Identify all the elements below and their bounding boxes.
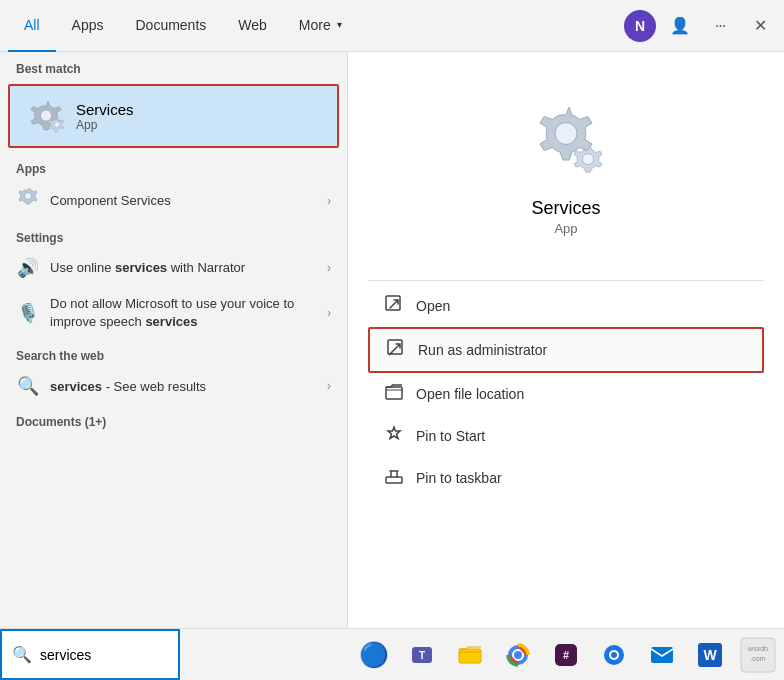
best-match-type: App [76, 118, 134, 132]
chevron-right-icon-3: › [327, 306, 331, 320]
taskbar-teams[interactable]: T [400, 633, 444, 677]
best-match-name: Services [76, 101, 134, 118]
chevron-down-icon: ▾ [337, 19, 342, 30]
run-as-admin-icon [386, 339, 406, 361]
dots-icon: ··· [715, 17, 725, 35]
taskbar-chrome[interactable] [496, 633, 540, 677]
search-web-label: Search the web [0, 339, 347, 367]
tab-more[interactable]: More ▾ [283, 0, 358, 52]
component-services-label: Component Services [50, 193, 171, 208]
component-services-item[interactable]: Component Services › [0, 180, 347, 221]
main-area: Best match Services [0, 52, 784, 628]
run-as-admin-action[interactable]: Run as administrator [368, 327, 764, 373]
svg-point-4 [583, 154, 594, 165]
tab-documents[interactable]: Documents [119, 0, 222, 52]
services-app-icon [26, 96, 66, 136]
best-match-item[interactable]: Services App [8, 84, 339, 148]
file-location-icon [384, 383, 404, 405]
app-name: Services [531, 198, 600, 219]
svg-point-1 [54, 122, 60, 128]
divider-1 [368, 280, 764, 281]
svg-point-3 [555, 123, 577, 145]
open-file-location-action[interactable]: Open file location [368, 373, 764, 415]
chevron-right-icon-2: › [327, 261, 331, 275]
chevron-right-icon: › [327, 194, 331, 208]
open-file-location-label: Open file location [416, 386, 524, 402]
search-web-text: services - See web results [50, 379, 206, 394]
settings-section-label: Settings [0, 221, 347, 249]
svg-point-0 [41, 110, 52, 121]
taskbar-edge[interactable]: 🔵 [352, 633, 396, 677]
narrator-text: Use online services with Narrator [50, 259, 245, 277]
best-match-text: Services App [76, 101, 134, 132]
user-avatar[interactable]: N [624, 10, 656, 42]
svg-text:.com: .com [750, 655, 765, 662]
component-services-icon [16, 188, 40, 213]
top-navigation: All Apps Documents Web More ▾ N 👤 ··· ✕ [0, 0, 784, 52]
tab-all[interactable]: All [8, 0, 56, 52]
svg-text:wsxdn: wsxdn [747, 645, 768, 652]
services-large-icon [526, 102, 606, 186]
person-icon-btn[interactable]: 👤 [664, 10, 696, 42]
chevron-right-icon-4: › [327, 379, 331, 393]
tab-apps[interactable]: Apps [56, 0, 120, 52]
pin-start-icon [384, 425, 404, 447]
taskbar-browser[interactable] [592, 633, 636, 677]
right-panel: Services App Open Run as administrator O… [348, 52, 784, 628]
pin-to-taskbar-action[interactable]: Pin to taskbar [368, 457, 764, 499]
bottom-bar: 🔍 🔵 T # W [0, 628, 784, 680]
app-preview: Services App [368, 72, 764, 276]
app-type: App [554, 221, 577, 236]
taskbar-word[interactable]: W [688, 633, 732, 677]
voice-services-item[interactable]: 🎙️ Do not allow Microsoft to use your vo… [0, 287, 347, 339]
svg-point-2 [25, 193, 32, 200]
person-icon: 👤 [670, 16, 690, 35]
search-input[interactable] [40, 647, 168, 663]
search-icon: 🔍 [12, 645, 32, 664]
left-panel: Best match Services [0, 52, 348, 628]
svg-text:W: W [703, 647, 717, 663]
microphone-icon: 🎙️ [16, 302, 40, 324]
svg-rect-20 [651, 647, 673, 663]
run-as-admin-label: Run as administrator [418, 342, 547, 358]
open-label: Open [416, 298, 450, 314]
tab-web[interactable]: Web [222, 0, 283, 52]
open-action[interactable]: Open [368, 285, 764, 327]
taskbar-icons: 🔵 T # W wsxdn.com [180, 633, 784, 677]
best-match-label: Best match [0, 52, 347, 80]
search-web-icon: 🔍 [16, 375, 40, 397]
apps-section-label: Apps [0, 152, 347, 180]
svg-point-19 [611, 652, 617, 658]
svg-rect-8 [386, 477, 402, 483]
nav-right-controls: N 👤 ··· ✕ [624, 10, 776, 42]
svg-text:#: # [563, 649, 569, 661]
voice-text: Do not allow Microsoft to use your voice… [50, 295, 320, 331]
pin-to-taskbar-label: Pin to taskbar [416, 470, 502, 486]
pin-taskbar-icon [384, 467, 404, 489]
taskbar-email[interactable] [640, 633, 684, 677]
narrator-icon: 🔊 [16, 257, 40, 279]
more-options-btn[interactable]: ··· [704, 10, 736, 42]
taskbar-explorer[interactable] [448, 633, 492, 677]
svg-point-14 [514, 651, 522, 659]
documents-label: Documents (1+) [0, 405, 347, 433]
search-web-item[interactable]: 🔍 services - See web results › [0, 367, 347, 405]
svg-text:T: T [419, 650, 425, 661]
pin-to-start-label: Pin to Start [416, 428, 485, 444]
svg-rect-7 [386, 387, 402, 399]
close-icon: ✕ [754, 16, 767, 35]
wsxdn-watermark: wsxdn.com [740, 637, 776, 673]
taskbar-slack[interactable]: # [544, 633, 588, 677]
svg-rect-11 [459, 649, 481, 663]
open-icon [384, 295, 404, 317]
pin-to-start-action[interactable]: Pin to Start [368, 415, 764, 457]
narrator-services-item[interactable]: 🔊 Use online services with Narrator › [0, 249, 347, 287]
close-btn[interactable]: ✕ [744, 10, 776, 42]
search-box[interactable]: 🔍 [0, 629, 180, 680]
